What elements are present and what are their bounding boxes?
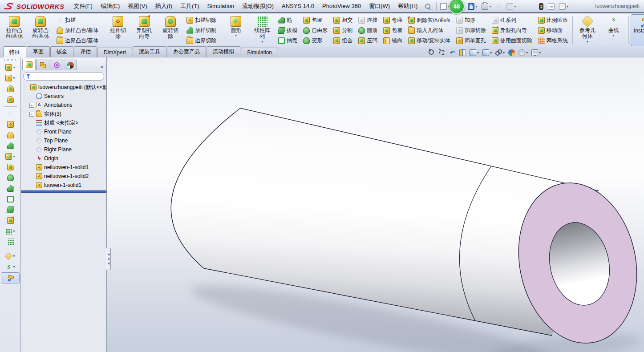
menu-flow-simulation[interactable]: 流动模拟(O) <box>238 0 278 12</box>
rollback-bar[interactable] <box>21 190 106 193</box>
featuremanager-tree-tab[interactable] <box>22 59 36 70</box>
thickened-cut-button[interactable]: 加厚切除 <box>454 26 488 35</box>
tree-item-front-plane[interactable]: Front Plane <box>22 127 106 136</box>
revolved-cut-button[interactable]: 旋转切除 <box>158 14 183 46</box>
shell-button[interactable]: 抽壳 <box>276 36 299 45</box>
tree-item-material[interactable]: 材质 <未指定> <box>22 118 106 127</box>
revolve-boss-tool[interactable] <box>1 84 19 94</box>
search-icon[interactable] <box>424 3 431 10</box>
toolbar-grip[interactable] <box>4 59 16 61</box>
zoom-to-area-button[interactable] <box>439 49 446 56</box>
configurationmanager-tab[interactable] <box>50 60 63 70</box>
edit-appearance-button[interactable] <box>508 49 515 56</box>
wrap-button[interactable]: 包覆 <box>301 16 329 24</box>
chamfer-tool[interactable] <box>1 162 19 172</box>
menu-tools[interactable]: 工具(T) <box>176 0 203 12</box>
extruded-boss-base-button[interactable]: 拉伸凸台/基体 <box>1 14 27 46</box>
display-style-button[interactable]: ▾ <box>482 49 492 56</box>
menu-insert[interactable]: 插入(I) <box>151 0 176 12</box>
tree-item-root[interactable]: luowenzhuangpeiti (默认<<默 <box>22 83 106 92</box>
shell-tool[interactable] <box>1 194 19 204</box>
tab-evaluate[interactable]: 评估 <box>74 46 97 57</box>
save-button[interactable]: ▾ <box>466 2 478 11</box>
wrap-secondary-button[interactable]: 包覆 <box>381 26 404 35</box>
boundary-boss-button[interactable]: 边界凸台/基体 <box>55 36 100 45</box>
instant3d-tool[interactable] <box>1 272 20 283</box>
section-view-button[interactable] <box>459 49 466 56</box>
join-button[interactable]: 连接 <box>356 16 379 24</box>
tree-item-right-plane[interactable]: Right Plane <box>22 145 106 154</box>
tree-item-luowen-1-solid1[interactable]: luowen-1-solid1 <box>22 181 106 190</box>
extrude-cut-tool[interactable]: ▾ <box>1 73 19 83</box>
fillet-tool[interactable]: ▾ <box>1 151 19 162</box>
displaymanager-tab[interactable] <box>64 60 77 70</box>
fillet-button[interactable]: 圆角▾ <box>223 14 249 46</box>
grid-system-button[interactable]: 网格系统 <box>536 36 570 45</box>
print-button[interactable]: ▾ <box>480 2 492 11</box>
indent-button[interactable]: 压凹 <box>356 36 379 45</box>
tree-item-solid-bodies[interactable]: +实体(3) <box>22 109 106 118</box>
hole-series-button[interactable]: 孔系列 <box>490 16 534 24</box>
hole-wizard-tool[interactable] <box>1 215 19 226</box>
curves-button[interactable]: 曲线▾ <box>601 14 627 46</box>
rebuild-button[interactable]: ▾ <box>505 2 517 11</box>
lofted-boss-button[interactable]: 放样凸台/基体 <box>55 26 100 35</box>
tree-item-top-plane[interactable]: Top Plane <box>22 136 106 145</box>
tab-sheet-metal[interactable]: 钣金 <box>50 46 73 57</box>
hide-show-items-button[interactable]: ▾ <box>495 49 505 56</box>
menu-ansys[interactable]: ANSYS 14.0 <box>278 0 318 12</box>
panel-tabs-overflow[interactable]: » <box>98 64 105 70</box>
menu-file[interactable]: 文件(F) <box>69 0 97 12</box>
panel-splitter-handle[interactable] <box>106 248 111 270</box>
swept-cut-button[interactable]: 扫描切除 <box>185 16 218 24</box>
previous-view-button[interactable] <box>449 49 456 56</box>
dome-button[interactable]: 圆顶 <box>356 26 379 35</box>
reference-geometry-tool[interactable]: ▾ <box>1 251 19 261</box>
expand-toggle[interactable]: + <box>29 103 34 108</box>
rib-tool[interactable] <box>1 183 19 194</box>
imported-geometry-button[interactable]: 输入几何体 <box>406 26 452 35</box>
menu-photoview[interactable]: PhotoView 360 <box>318 0 365 12</box>
linear-pattern-tool[interactable]: ▾ <box>1 226 19 236</box>
dome-tool[interactable] <box>1 173 19 183</box>
draft-button[interactable]: 拔模 <box>276 26 299 35</box>
apply-scene-button[interactable]: ▾ <box>518 49 528 56</box>
revolve-cut-tool[interactable] <box>1 94 19 105</box>
split-button[interactable]: 分割 <box>332 26 354 35</box>
menu-simulation[interactable]: Simulation <box>203 0 239 12</box>
circular-pattern-tool[interactable] <box>1 237 19 247</box>
tree-item-sensors[interactable]: Sensors <box>22 92 106 101</box>
tab-sketch[interactable]: 草图 <box>27 46 50 57</box>
deform-button[interactable]: 变形 <box>301 36 329 45</box>
view-settings-button[interactable]: ▾ <box>531 49 541 56</box>
extrude-boss-tool[interactable]: ▾ <box>1 62 19 73</box>
options-button[interactable]: ▾ <box>558 2 570 11</box>
tab-features[interactable]: 特征 <box>3 46 26 57</box>
tree-item-annotations[interactable]: +Annotations <box>22 101 106 109</box>
menu-help[interactable]: 帮助(H) <box>394 0 421 12</box>
revolved-boss-base-button[interactable]: 旋转凸台/基体 <box>28 14 53 46</box>
zoom-to-fit-button[interactable] <box>429 49 435 56</box>
propertymanager-tab[interactable] <box>36 60 49 70</box>
tab-render-tools[interactable]: 渲染工具 <box>133 46 166 57</box>
loft-tool[interactable] <box>1 130 19 140</box>
thicken-button[interactable]: 加厚 <box>454 16 488 24</box>
hole-wizard-small-button[interactable]: 异型孔向导 <box>490 26 534 35</box>
reference-geometry-button[interactable]: 参考几何体▾ <box>575 14 600 46</box>
mirror-button[interactable]: 镜向 <box>381 36 404 45</box>
tab-office-products[interactable]: 办公室产品 <box>167 46 206 57</box>
file-properties-button[interactable] <box>547 2 556 11</box>
boundary-cut-button[interactable]: 边界切除 <box>185 36 218 45</box>
sweep-cut-tool[interactable] <box>1 119 19 129</box>
lofted-cut-button[interactable]: 放样切割 <box>185 26 218 35</box>
scale-button[interactable]: 比例缩放 <box>536 16 570 24</box>
undo-button[interactable] <box>494 2 503 11</box>
view-orientation-button[interactable]: ▾ <box>470 49 479 56</box>
simple-hole-button[interactable]: 简单直孔 <box>454 36 488 45</box>
stoplight-button[interactable] <box>538 2 545 11</box>
swept-boss-button[interactable]: 扫描 <box>55 16 100 24</box>
tree-item-neiluowen-1-solid1[interactable]: neiluowen-1-solid1 <box>22 163 106 172</box>
delete-body-button[interactable]: 删除实体/曲面 <box>406 16 452 24</box>
flex-button[interactable]: 弯曲 <box>381 16 404 24</box>
tab-flow-simulation[interactable]: 流动模拟 <box>207 46 240 57</box>
